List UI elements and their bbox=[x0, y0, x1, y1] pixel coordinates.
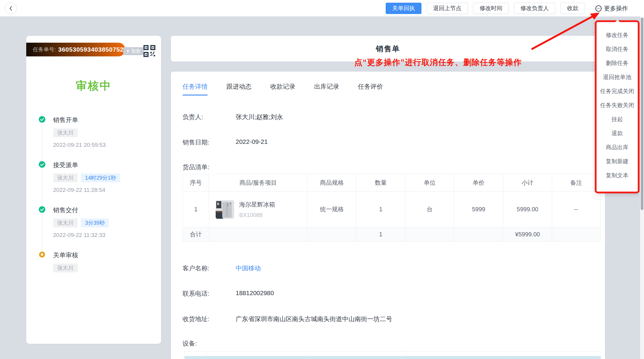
product-cell: 海尔星辉冰箱 BX10088 bbox=[209, 200, 307, 219]
dropdown-notch bbox=[615, 20, 620, 25]
menu-item-copy-text[interactable]: 复制文本 bbox=[597, 168, 638, 182]
owner-field: 负责人: 张大川;赵雅;刘永 bbox=[183, 113, 283, 121]
device-field: 设备: bbox=[183, 339, 236, 348]
col-header-index: 序号 bbox=[183, 174, 209, 192]
total-subtotal: ¥5999.00 bbox=[503, 227, 552, 242]
menu-item-task-complete-close[interactable]: 任务完成关闭 bbox=[597, 84, 638, 98]
col-header-product: 商品/服务项目 bbox=[209, 174, 308, 192]
person-tag: 张大川 bbox=[53, 173, 78, 182]
col-header-subtotal: 小计 bbox=[503, 174, 552, 192]
chevron-left-icon bbox=[8, 5, 14, 12]
product-name: 海尔星辉冰箱 bbox=[239, 201, 275, 209]
customer-label: 客户名称: bbox=[183, 264, 236, 272]
check-circle-icon bbox=[39, 161, 45, 168]
cell-spec: 统一规格 bbox=[308, 192, 356, 227]
timeline-step-time: 2022-09-21 20:59:53 bbox=[53, 142, 153, 148]
urgent-badge: 加急 bbox=[123, 47, 144, 55]
horizontal-scrollbar[interactable] bbox=[184, 356, 601, 359]
menu-item-suspend[interactable]: 挂起 bbox=[597, 112, 638, 126]
page-scrollbar-thumb[interactable] bbox=[641, 18, 643, 210]
tab-follow-up[interactable]: 跟进动态 bbox=[226, 82, 251, 95]
header-actions: 关单回执 退回上节点 修改时间 修改负责人 收款 更多操作 bbox=[386, 3, 628, 14]
menu-item-copy-create[interactable]: 复制新建 bbox=[597, 154, 638, 168]
timeline-connector bbox=[42, 124, 42, 161]
cell-qty: 1 bbox=[356, 192, 405, 227]
check-circle-icon bbox=[39, 116, 45, 123]
owner-value: 张大川;赵雅;刘永 bbox=[236, 113, 283, 121]
collect-payment-button[interactable]: 收款 bbox=[560, 3, 585, 14]
col-header-spec: 商品规格 bbox=[308, 174, 356, 192]
total-qty: 1 bbox=[356, 227, 405, 242]
phone-label: 联系电话: bbox=[183, 289, 236, 298]
task-summary-card: 任务单号: 360530593403850752 加急 审核中 销售开单 bbox=[26, 36, 161, 344]
task-number-label: 任务单号: bbox=[33, 46, 56, 53]
back-button[interactable] bbox=[5, 2, 17, 14]
goods-list-field: 货品清单: bbox=[183, 163, 236, 171]
phone-value: 18812002980 bbox=[236, 289, 274, 297]
modify-owner-button[interactable]: 修改负责人 bbox=[514, 3, 555, 14]
urgent-label: 加急 bbox=[131, 48, 140, 54]
top-header-bar: 关单回执 退回上节点 修改时间 修改负责人 收款 更多操作 bbox=[0, 0, 644, 16]
tab-outbound-records[interactable]: 出库记录 bbox=[314, 82, 339, 95]
cell-index: 1 bbox=[183, 192, 209, 227]
sale-date-field: 销售日期: 2022-09-21 bbox=[183, 138, 268, 147]
task-status-text: 审核中 bbox=[26, 78, 161, 93]
timeline-step-title: 销售交付 bbox=[53, 206, 153, 214]
tab-task-detail[interactable]: 任务详情 bbox=[183, 82, 208, 95]
menu-item-refund[interactable]: 退款 bbox=[597, 126, 638, 140]
timeline-step-title: 接受派单 bbox=[53, 161, 153, 169]
page-scrollbar-track[interactable] bbox=[640, 16, 644, 359]
timeline-step-title: 销售开单 bbox=[53, 116, 153, 124]
timeline-step-time: 2022-09-22 11:32:33 bbox=[53, 232, 153, 238]
customer-field: 客户名称: 中国移动 bbox=[183, 264, 261, 272]
sale-date-label: 销售日期: bbox=[183, 138, 236, 147]
qr-code-icon[interactable] bbox=[143, 45, 155, 57]
return-previous-node-button[interactable]: 退回上节点 bbox=[427, 3, 468, 14]
cell-remark: -- bbox=[552, 192, 600, 227]
task-timeline: 销售开单 张大川 2022-09-21 20:59:53 接受派单 张大川 14… bbox=[39, 116, 153, 289]
cell-price: 5999 bbox=[454, 192, 503, 227]
col-header-remark: 备注 bbox=[552, 174, 600, 192]
timeline-step-close-review: 关单审核 张大川 bbox=[39, 251, 153, 289]
col-header-unit: 单位 bbox=[405, 174, 454, 192]
timeline-step-time: 2022-09-22 11:28:54 bbox=[53, 187, 153, 193]
timeline-step-sales-delivery: 销售交付 张大川 3分39秒 2022-09-22 11:32:33 bbox=[39, 206, 153, 251]
annotation-text: 点“更多操作”进行取消任务、删除任务等操作 bbox=[354, 57, 522, 68]
cell-subtotal: 5999.00 bbox=[503, 192, 552, 227]
close-receipt-button[interactable]: 关单回执 bbox=[386, 3, 421, 14]
customer-name-link[interactable]: 中国移动 bbox=[236, 264, 261, 272]
more-actions-dropdown: 修改任务 取消任务 删除任务 退回抢单池 任务完成关闭 任务失败关闭 挂起 退款… bbox=[595, 20, 640, 193]
goods-list-label: 货品清单: bbox=[183, 163, 236, 171]
modify-time-button[interactable]: 修改时间 bbox=[473, 3, 509, 14]
cell-unit: 台 bbox=[405, 192, 454, 227]
product-code: BX10088 bbox=[239, 212, 275, 218]
timeline-step-title: 关单审核 bbox=[53, 251, 153, 259]
timeline-connector bbox=[42, 214, 42, 252]
menu-item-goods-outbound[interactable]: 商品出库 bbox=[597, 140, 638, 154]
person-tag: 张大川 bbox=[53, 218, 78, 227]
menu-item-modify-task[interactable]: 修改任务 bbox=[597, 28, 638, 42]
menu-item-cancel-task[interactable]: 取消任务 bbox=[597, 42, 638, 56]
goods-table: 序号 商品/服务项目 商品规格 数量 单位 单价 小计 备注 1 bbox=[183, 174, 600, 242]
phone-field: 联系电话: 18812002980 bbox=[183, 289, 274, 298]
check-circle-icon bbox=[39, 206, 45, 213]
lightning-icon bbox=[126, 49, 129, 53]
task-detail-card: 任务详情 跟进动态 收款记录 出库记录 任务评价 负责人: 张大川;赵雅;刘永 … bbox=[171, 72, 605, 359]
menu-item-return-order-pool[interactable]: 退回抢单池 bbox=[597, 70, 638, 84]
goods-table-header-row: 序号 商品/服务项目 商品规格 数量 单位 单价 小计 备注 bbox=[183, 174, 600, 192]
menu-item-task-fail-close[interactable]: 任务失败关闭 bbox=[597, 98, 638, 112]
product-image[interactable] bbox=[216, 200, 234, 219]
timeline-connector bbox=[42, 169, 42, 207]
page-title: 销售单 bbox=[376, 44, 400, 54]
goods-table-row: 1 bbox=[183, 192, 600, 227]
more-actions-button[interactable]: 更多操作 bbox=[595, 4, 628, 13]
tab-task-review[interactable]: 任务评价 bbox=[358, 82, 383, 95]
goods-table-total-row: 合计 1 ¥5999.00 bbox=[183, 227, 600, 242]
device-label: 设备: bbox=[183, 339, 236, 348]
ellipsis-circle-icon bbox=[595, 5, 602, 12]
address-value: 广东省深圳市南山区南头古城南头街道中山南街一坊二号 bbox=[236, 315, 392, 323]
tab-payment-records[interactable]: 收款记录 bbox=[270, 82, 295, 95]
menu-item-delete-task[interactable]: 删除任务 bbox=[597, 56, 638, 70]
current-step-dot-icon bbox=[39, 252, 45, 258]
timeline-step-sales-billing: 销售开单 张大川 2022-09-21 20:59:53 bbox=[39, 116, 153, 161]
